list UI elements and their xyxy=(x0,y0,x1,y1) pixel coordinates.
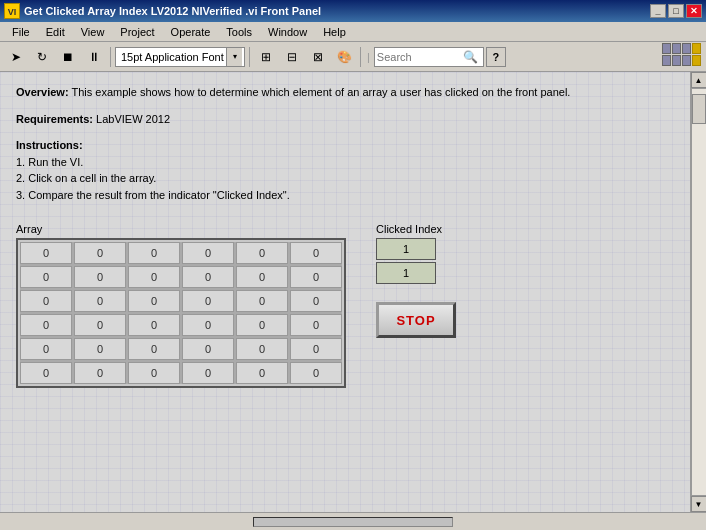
run-button[interactable]: ➤ xyxy=(4,45,28,69)
array-cell[interactable]: 0 xyxy=(128,242,180,264)
menu-tools[interactable]: Tools xyxy=(218,24,260,40)
grid-cell-4 xyxy=(692,43,701,54)
controls-section: Array 0000000000000000000000000000000000… xyxy=(16,223,674,388)
overview-label: Overview: xyxy=(16,86,69,98)
array-cell[interactable]: 0 xyxy=(128,338,180,360)
overview-text: This example shows how to determine whic… xyxy=(69,86,571,98)
requirements-text: LabVIEW 2012 xyxy=(93,113,170,125)
menu-view[interactable]: View xyxy=(73,24,113,40)
array-cell[interactable]: 0 xyxy=(236,266,288,288)
menu-edit[interactable]: Edit xyxy=(38,24,73,40)
horizontal-scrollbar[interactable] xyxy=(253,517,453,527)
array-cell[interactable]: 0 xyxy=(182,266,234,288)
array-cell[interactable]: 0 xyxy=(236,362,288,384)
pause-button[interactable]: ⏸ xyxy=(82,45,106,69)
array-cell[interactable]: 0 xyxy=(20,266,72,288)
array-cell[interactable]: 0 xyxy=(74,266,126,288)
resize-button[interactable]: ⊠ xyxy=(306,45,330,69)
search-input[interactable] xyxy=(377,51,462,63)
array-cell[interactable]: 0 xyxy=(20,338,72,360)
main-area: Overview: This example shows how to dete… xyxy=(0,72,706,512)
array-cell[interactable]: 0 xyxy=(74,290,126,312)
scroll-thumb[interactable] xyxy=(692,94,706,124)
app-icon: VI xyxy=(4,3,20,19)
array-container: 000000000000000000000000000000000000 xyxy=(16,238,346,388)
array-cell[interactable]: 0 xyxy=(128,266,180,288)
rerun-button[interactable]: ↻ xyxy=(30,45,54,69)
clicked-index-label: Clicked Index xyxy=(376,223,442,235)
array-cell[interactable]: 0 xyxy=(20,290,72,312)
array-cell[interactable]: 0 xyxy=(20,314,72,336)
array-cell[interactable]: 0 xyxy=(74,338,126,360)
status-center xyxy=(44,517,662,527)
instructions-label: Instructions: xyxy=(16,139,83,151)
help-button[interactable]: ? xyxy=(486,47,506,67)
array-cell[interactable]: 0 xyxy=(290,290,342,312)
instruction-3: 3. Compare the result from the indicator… xyxy=(16,189,290,201)
menu-bar: File Edit View Project Operate Tools Win… xyxy=(0,22,706,42)
grid-cell-5 xyxy=(662,55,671,66)
menu-operate[interactable]: Operate xyxy=(163,24,219,40)
font-dropdown-arrow[interactable]: ▾ xyxy=(226,48,242,66)
array-cell[interactable]: 0 xyxy=(20,242,72,264)
window-title: Get Clicked Array Index LV2012 NIVerifie… xyxy=(24,5,650,17)
array-cell[interactable]: 0 xyxy=(182,242,234,264)
array-cell[interactable]: 0 xyxy=(182,338,234,360)
array-cell[interactable]: 0 xyxy=(290,242,342,264)
requirements-section: Requirements: LabVIEW 2012 xyxy=(16,111,674,128)
status-bar xyxy=(0,512,706,530)
grid-cell-7 xyxy=(682,55,691,66)
search-icon[interactable]: 🔍 xyxy=(462,48,480,66)
array-cell[interactable]: 0 xyxy=(20,362,72,384)
grid-cell-6 xyxy=(672,55,681,66)
array-cell[interactable]: 0 xyxy=(182,314,234,336)
scroll-up-button[interactable]: ▲ xyxy=(691,72,707,88)
scroll-track[interactable] xyxy=(691,88,707,496)
array-cell[interactable]: 0 xyxy=(290,338,342,360)
array-cell[interactable]: 0 xyxy=(236,314,288,336)
stop-run-button[interactable]: ⏹ xyxy=(56,45,80,69)
array-cell[interactable]: 0 xyxy=(290,362,342,384)
array-cell[interactable]: 0 xyxy=(74,362,126,384)
array-cell[interactable]: 0 xyxy=(128,314,180,336)
separator-2 xyxy=(249,47,250,67)
array-cell[interactable]: 0 xyxy=(290,266,342,288)
scroll-down-button[interactable]: ▼ xyxy=(691,496,707,512)
array-cell[interactable]: 0 xyxy=(128,290,180,312)
color-button[interactable]: 🎨 xyxy=(332,45,356,69)
separator-3 xyxy=(360,47,361,67)
close-button[interactable]: ✕ xyxy=(686,4,702,18)
search-divider: | xyxy=(367,51,370,63)
array-cell[interactable]: 0 xyxy=(236,338,288,360)
array-cell[interactable]: 0 xyxy=(290,314,342,336)
minimize-button[interactable]: _ xyxy=(650,4,666,18)
array-cell[interactable]: 0 xyxy=(182,362,234,384)
array-cell[interactable]: 0 xyxy=(74,242,126,264)
stop-button[interactable]: STOP xyxy=(376,302,456,338)
array-cell[interactable]: 0 xyxy=(74,314,126,336)
search-box: 🔍 xyxy=(374,47,484,67)
array-cell[interactable]: 0 xyxy=(236,290,288,312)
array-cell[interactable]: 0 xyxy=(128,362,180,384)
grid-cell-2 xyxy=(672,43,681,54)
menu-help[interactable]: Help xyxy=(315,24,354,40)
array-cell[interactable]: 0 xyxy=(182,290,234,312)
clicked-index-value-1: 1 xyxy=(376,238,436,260)
distribute-button[interactable]: ⊟ xyxy=(280,45,304,69)
clicked-index-value-2: 1 xyxy=(376,262,436,284)
array-label: Array xyxy=(16,223,346,235)
font-selector-label: 15pt Application Font xyxy=(118,51,226,63)
menu-project[interactable]: Project xyxy=(112,24,162,40)
separator-1 xyxy=(110,47,111,67)
clicked-index-section: Clicked Index 1 1 STOP xyxy=(376,223,456,338)
array-grid: 000000000000000000000000000000000000 xyxy=(20,242,342,384)
array-cell[interactable]: 0 xyxy=(236,242,288,264)
menu-window[interactable]: Window xyxy=(260,24,315,40)
maximize-button[interactable]: □ xyxy=(668,4,684,18)
font-selector[interactable]: 15pt Application Font ▾ xyxy=(115,47,245,67)
grid-pattern xyxy=(662,43,704,69)
align-button[interactable]: ⊞ xyxy=(254,45,278,69)
grid-cell-8 xyxy=(692,55,701,66)
window-controls: _ □ ✕ xyxy=(650,4,702,18)
menu-file[interactable]: File xyxy=(4,24,38,40)
